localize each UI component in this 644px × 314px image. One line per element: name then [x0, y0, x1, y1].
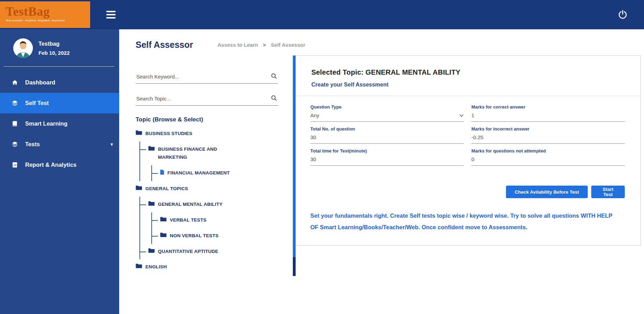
field-label: Marks for incorrect answer: [471, 126, 625, 132]
sidebar-item-tests[interactable]: Tests ▾: [0, 134, 119, 155]
search-icon[interactable]: [271, 73, 277, 81]
power-icon[interactable]: [617, 9, 628, 20]
sidebar-item-report-analytics[interactable]: Report & Analytics: [0, 155, 119, 175]
marks-correct-input[interactable]: [471, 110, 625, 122]
sidebar-item-label: Smart Learning: [25, 120, 67, 127]
breadcrumb-separator: >: [263, 42, 266, 48]
profile-name: Testbag: [38, 41, 70, 47]
search-topic-row: [136, 94, 278, 106]
layers-icon: [11, 141, 18, 148]
main-content: Self Assessor Assess to Learn > Self Ass…: [119, 29, 644, 314]
marks-unattempted-input[interactable]: [471, 154, 625, 166]
logo[interactable]: TestBag Test yourself - Anytime, Anyplac…: [0, 1, 90, 28]
tree-node-general-mental-ability[interactable]: GENERAL MENTAL ABILITY: [140, 197, 278, 212]
profile-info: Testbag Feb 10, 2022: [38, 41, 70, 56]
marks-unattempted-field: Marks for questions not attempted: [471, 148, 625, 166]
sidebar-item-dashboard[interactable]: Dashboard: [0, 72, 119, 93]
card-actions: Check Avilability Before Test Start Test: [296, 186, 641, 198]
tree-node-business-studies[interactable]: BUSINESS STUDIES: [136, 126, 278, 142]
marks-incorrect-input[interactable]: [471, 132, 625, 144]
tree-node-english[interactable]: ENGLISH: [136, 259, 278, 275]
total-questions-field: Total No. of question: [310, 126, 464, 144]
tree-node-financial-management[interactable]: FINANCIAL MANAGEMENT: [152, 165, 278, 181]
chevron-down-icon: ▾: [110, 142, 113, 147]
sidebar-nav: Dashboard Self Test Smart Learning Tests: [0, 72, 119, 175]
assessment-card-wrap: Selected Topic: GENERAL MENTAL ABILITY C…: [293, 55, 641, 275]
tree-node-general-topics[interactable]: GENERAL TOPICS: [136, 181, 278, 197]
sidebar-item-smart-learning[interactable]: Smart Learning: [0, 113, 119, 134]
search-keyword-row: [136, 72, 278, 84]
question-type-field: Question Type Any: [310, 104, 464, 122]
folder-icon: [148, 248, 155, 254]
marks-incorrect-field: Marks for incorrect answer: [471, 126, 625, 144]
instructions-note: Set your fundamentals right. Create Self…: [310, 210, 616, 233]
select-value: Any: [310, 112, 319, 118]
tree-node-non-verbal-tests[interactable]: NON VERBAL TESTS: [152, 228, 278, 244]
selected-topic-title: Selected Topic: GENERAL MENTAL ABILITY: [311, 68, 625, 76]
search-keyword-input[interactable]: [136, 74, 268, 80]
report-icon: [11, 162, 18, 168]
search-icon[interactable]: [271, 95, 277, 103]
logo-title: TestBag: [6, 5, 90, 18]
sidebar-item-label: Tests: [25, 141, 40, 148]
breadcrumb: Assess to Learn > Self Assessor: [217, 42, 305, 48]
total-time-field: Total time for Test(minute): [310, 148, 464, 166]
profile-date: Feb 10, 2022: [38, 50, 70, 56]
total-questions-input[interactable]: [310, 132, 464, 144]
avatar[interactable]: [13, 38, 33, 58]
topbar: TestBag Test yourself - Anytime, Anyplac…: [0, 0, 644, 29]
folder-icon: [160, 232, 167, 238]
topic-panel: Topic (Browse & Select) BUSINESS STUDIES…: [136, 55, 278, 275]
assessment-form: Question Type Any Marks for correct answ…: [296, 96, 641, 170]
breadcrumb-self-assessor[interactable]: Self Assessor: [271, 42, 305, 48]
layers-icon: [11, 100, 18, 106]
breadcrumb-assess-to-learn[interactable]: Assess to Learn: [217, 42, 258, 48]
folder-icon: [148, 201, 155, 207]
question-type-select[interactable]: Any: [310, 110, 464, 122]
hamburger-menu-icon[interactable]: [106, 11, 116, 18]
field-label: Marks for questions not attempted: [471, 148, 625, 154]
topic-tree: BUSINESS STUDIES BUSINESS FINANCE AND MA…: [136, 126, 278, 275]
field-label: Question Type: [310, 104, 464, 110]
book-icon: [11, 120, 18, 127]
chevron-down-icon: [459, 112, 464, 118]
check-availability-button[interactable]: Check Avilability Before Test: [506, 186, 588, 198]
tree-node-verbal-tests[interactable]: VERBAL TESTS: [152, 212, 278, 228]
tree-node-quantitative-aptitude[interactable]: QUANTITATIVE APTITUDE: [140, 244, 278, 260]
sidebar-item-label: Self Test: [25, 100, 49, 106]
sidebar-item-label: Report & Analytics: [25, 162, 77, 168]
card-subtitle: Create your Self Assessment: [311, 82, 625, 88]
app: TestBag Test yourself - Anytime, Anyplac…: [0, 0, 644, 314]
sidebar: Testbag Feb 10, 2022 Dashboard Self Test: [0, 29, 119, 314]
sidebar-divider: [3, 66, 114, 67]
folder-icon: [136, 263, 142, 269]
card-accent-bar: [293, 55, 296, 276]
total-time-input[interactable]: [310, 154, 464, 166]
start-test-button[interactable]: Start Test: [591, 186, 625, 198]
folder-icon: [136, 185, 142, 191]
page-title: Self Assessor: [136, 40, 193, 50]
tree-node-business-finance-and-marketing[interactable]: BUSINESS FINANCE AND MARKETING: [140, 142, 278, 165]
sidebar-item-label: Dashboard: [25, 79, 55, 86]
sidebar-item-self-test[interactable]: Self Test: [0, 93, 119, 113]
home-icon: [11, 79, 18, 86]
search-topic-input[interactable]: [136, 96, 268, 102]
assessment-card: Selected Topic: GENERAL MENTAL ABILITY C…: [296, 55, 641, 246]
field-label: Total time for Test(minute): [310, 148, 464, 154]
field-label: Marks for correct answer: [471, 104, 625, 110]
folder-icon: [148, 146, 155, 152]
field-label: Total No. of question: [310, 126, 464, 132]
logo-tagline: Test yourself - Anytime, Anyplace, Anywh…: [6, 19, 90, 22]
marks-correct-field: Marks for correct answer: [471, 104, 625, 122]
folder-icon: [136, 130, 142, 136]
tree-heading: Topic (Browse & Select): [136, 116, 278, 123]
profile-section: Testbag Feb 10, 2022: [0, 29, 119, 66]
page-header: Self Assessor Assess to Learn > Self Ass…: [119, 29, 644, 50]
folder-icon: [160, 217, 167, 223]
content-area: Topic (Browse & Select) BUSINESS STUDIES…: [119, 55, 644, 275]
file-icon: [160, 170, 164, 176]
